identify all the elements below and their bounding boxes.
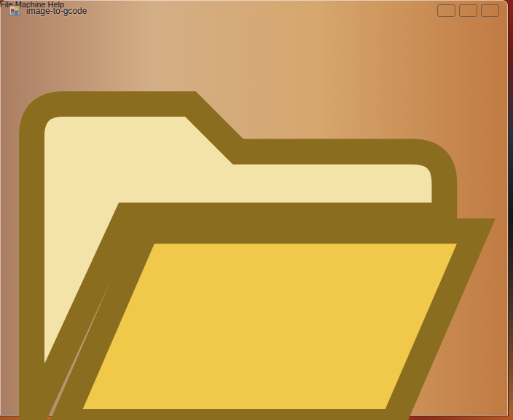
maximize-button[interactable] [459,4,477,17]
client-area: File Machine Help Open... [0,0,508,420]
minimize-button[interactable] [437,4,455,17]
app-window: image-to-gcode File Machine Help Open... [0,0,508,416]
tool-bar: Open... Export g-code... [0,9,508,420]
app-icon [9,5,20,17]
window-title: image-to-gcode [26,6,87,16]
open-folder-icon [0,9,508,420]
title-bar[interactable]: image-to-gcode [0,0,508,21]
close-button[interactable] [481,4,499,17]
open-button[interactable]: Open... [0,9,508,420]
